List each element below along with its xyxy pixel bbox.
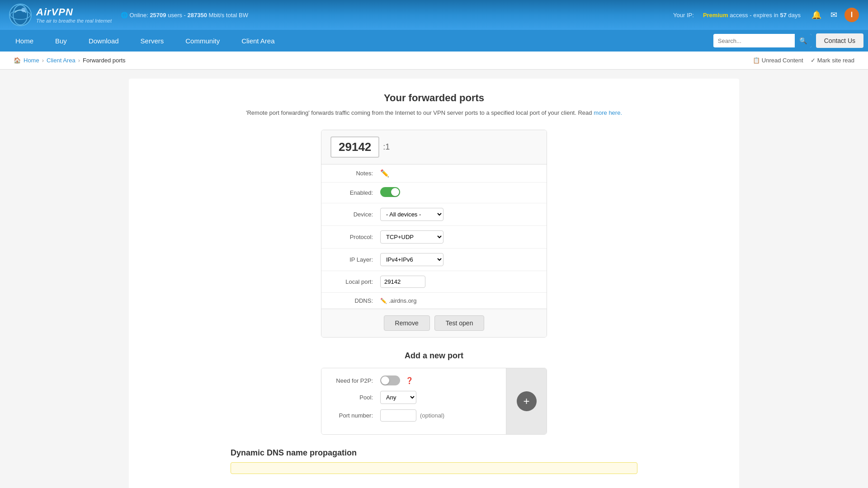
port-actions: Remove Test open [321,309,547,337]
unread-content-link[interactable]: 📋 Unread Content [753,57,803,64]
port-number-label: Port number: [330,412,380,419]
unread-icon: 📋 [753,57,760,64]
enabled-label: Enabled: [330,189,380,196]
header-premium: Premium access - expires in 57 days [703,12,801,19]
add-port-row-pool: Pool: Any [330,391,497,404]
port-row-protocol: Protocol: TCP+UDP TCP UDP [321,226,547,249]
notes-edit-icon[interactable]: ✏️ [380,169,389,177]
breadcrumb-actions: 📋 Unread Content ✓ Mark site read [753,57,854,64]
notes-value: ✏️ [380,169,538,178]
p2p-toggle[interactable] [380,375,400,385]
header-ip: Your IP: [673,12,694,19]
logo-icon [9,4,32,26]
nav-bar: Home Buy Download Servers Community Clie… [0,30,868,52]
mark-site-read-link[interactable]: ✓ Mark site read [811,57,854,64]
nav-download[interactable]: Download [78,31,130,51]
enabled-value [380,187,538,198]
port-row-enabled: Enabled: [321,183,547,203]
logo-area: AirVPN The air to breathe the real Inter… [9,4,112,26]
device-select[interactable]: - All devices - [380,208,443,221]
user-avatar[interactable]: I [844,8,859,22]
port-row-notes: Notes: ✏️ [321,164,547,183]
notifications-button[interactable]: 🔔 [810,8,823,22]
nav-home[interactable]: Home [5,31,44,51]
nav-client-area[interactable]: Client Area [231,31,285,51]
protocol-select[interactable]: TCP+UDP TCP UDP [380,230,443,244]
breadcrumb-client-area[interactable]: Client Area [47,57,75,64]
add-port-form: Need for P2P: ❓ Pool: Any [321,368,506,434]
main-content: Your forwarded ports 'Remote port forwar… [0,70,868,488]
nav-buy[interactable]: Buy [44,31,78,51]
device-value: - All devices - [380,208,538,221]
add-port-button[interactable]: + [517,391,537,411]
port-body: Notes: ✏️ Enabled: [321,164,547,309]
device-label: Device: [330,211,380,218]
port-row-iplayer: IP Layer: IPv4+IPv6 IPv4 IPv6 [321,249,547,271]
add-port-title: Add a new port [321,351,547,361]
svg-point-3 [21,8,26,12]
add-port-row-p2p: Need for P2P: ❓ [330,375,497,385]
check-icon: ✓ [811,57,816,64]
iplayer-value: IPv4+IPv6 IPv4 IPv6 [380,253,538,266]
search-input[interactable] [713,35,795,47]
ddns-label: DDNS: [330,297,380,304]
ddns-edit-icon: ✏️ [380,298,387,304]
add-port-card: Need for P2P: ❓ Pool: Any [321,368,547,435]
port-number-input[interactable] [380,409,416,422]
messages-button[interactable]: ✉ [829,8,839,22]
page-title: Your forwarded ports [138,92,730,104]
breadcrumb-bar: 🏠 Home › Client Area › Forwarded ports 📋… [0,52,868,70]
notes-label: Notes: [330,170,380,177]
local-port-label: Local port: [330,278,380,285]
iplayer-label: IP Layer: [330,256,380,263]
contact-button[interactable]: Contact Us [816,33,863,48]
enabled-toggle[interactable] [380,187,400,197]
more-here-link[interactable]: more here. [594,109,622,116]
logo-subtitle: The air to breathe the real Internet [36,18,112,23]
page-card: Your forwarded ports 'Remote port forwar… [129,79,739,488]
home-icon: 🏠 [14,57,21,64]
add-port-right: + [506,368,547,434]
add-port-section: Add a new port Need for P2P: ❓ [321,351,547,435]
top-header: AirVPN The air to breathe the real Inter… [0,0,868,30]
iplayer-select[interactable]: IPv4+IPv6 IPv4 IPv6 [380,253,443,266]
breadcrumb-sep-1: › [42,57,44,64]
remove-button[interactable]: Remove [384,315,430,331]
toggle-thumb [391,188,399,196]
breadcrumb: 🏠 Home › Client Area › Forwarded ports [14,57,126,64]
add-port-row-portnumber: Port number: (optional) [330,409,497,422]
protocol-value: TCP+UDP TCP UDP [380,230,538,244]
local-port-input[interactable] [380,276,425,288]
nav-community[interactable]: Community [175,31,231,51]
nav-servers[interactable]: Servers [130,31,175,51]
local-port-value [380,276,538,288]
search-box: 🔍 [713,34,811,47]
port-header: 29142 :1 [321,130,547,164]
nav-right: 🔍 Contact Us [713,33,863,48]
page-desc: 'Remote port forwarding' forwards traffi… [138,109,730,116]
toggle-track [380,187,400,197]
p2p-toggle-thumb [381,376,389,385]
protocol-label: Protocol: [330,234,380,240]
dns-section: Dynamic DNS name propagation [231,448,637,474]
breadcrumb-sep-2: › [78,57,80,64]
dns-note [231,462,637,474]
nav-links: Home Buy Download Servers Community Clie… [5,31,713,51]
p2p-label: Need for P2P: [330,377,380,384]
port-row-localport: Local port: [321,271,547,293]
pool-select[interactable]: Any [380,391,416,404]
test-open-button[interactable]: Test open [434,315,485,331]
dns-title: Dynamic DNS name propagation [231,448,637,458]
port-suffix: :1 [383,142,390,152]
p2p-toggle-track [380,375,400,385]
ddns-value: ✏️ .airdns.org [380,297,538,304]
search-button[interactable]: 🔍 [795,34,811,47]
port-card: 29142 :1 Notes: ✏️ Enabled: [321,130,547,338]
p2p-help-icon[interactable]: ❓ [406,377,413,384]
port-number-display: 29142 [330,136,379,158]
header-icons: 🔔 ✉ I [810,8,859,22]
header-stats: 🌐 Online: 25709 users - 287350 Mbit/s to… [121,12,664,19]
port-row-device: Device: - All devices - [321,203,547,226]
breadcrumb-home[interactable]: Home [24,57,39,64]
logo-title: AirVPN [36,6,112,18]
